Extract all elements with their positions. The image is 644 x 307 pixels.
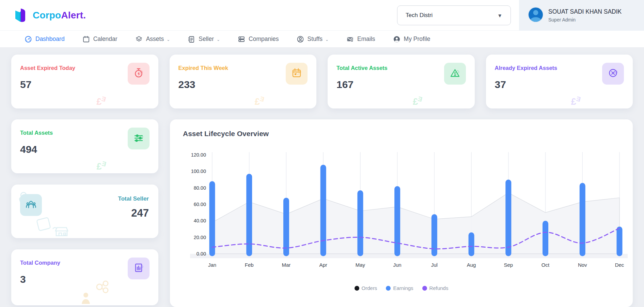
- svg-text:Jul: Jul: [431, 262, 438, 268]
- currency-watermark: £Ǝ: [571, 96, 581, 107]
- card-expired-this-week: Expired This Week 233 ∞ £Ǝ: [170, 55, 317, 108]
- mail-icon: [346, 35, 354, 43]
- stat-icon-box: ∞: [286, 63, 308, 85]
- legend-dot: [355, 286, 359, 291]
- svg-text:40.00: 40.00: [194, 218, 206, 223]
- nav-item-label: Dashboard: [35, 35, 65, 43]
- chevron-down-icon: ⌄: [325, 37, 329, 42]
- nav-item-label: Stuffs: [308, 35, 323, 43]
- calendar-icon: [291, 68, 302, 80]
- card-already-expired-assets: Already Expired Assets 37 ∞ £Ǝ: [486, 55, 633, 108]
- currency-watermark: £Ǝ: [96, 96, 106, 107]
- warning-triangle-icon: [450, 68, 460, 80]
- currency-watermark: £Ǝ: [413, 96, 422, 107]
- stat-value: 247: [131, 207, 149, 219]
- nav-item-label: Assets: [146, 35, 164, 43]
- nav-item-label: Calendar: [93, 35, 117, 43]
- asset-lifecycle-chart: 120.00100.0080.0060.0040.0020.000.00JanF…: [178, 145, 625, 283]
- user-menu[interactable]: SOUAT SADI KHAN SADIK Super Admin: [519, 0, 644, 31]
- legend-dot: [422, 286, 427, 291]
- brand-logo[interactable]: CorpoAlert.: [14, 8, 86, 23]
- sliders-icon: [133, 132, 144, 145]
- chevron-down-icon: ⌄: [167, 37, 170, 42]
- svg-text:120.00: 120.00: [191, 152, 206, 158]
- app-header: CorpoAlert. Tech Distri ▼ SOUAT SADI KHA…: [0, 0, 644, 31]
- legend-item-refunds[interactable]: Refunds: [422, 285, 449, 291]
- brand-logo-icon: [14, 8, 29, 23]
- chart-legend: OrdersEarningsRefunds: [178, 285, 625, 291]
- user-name: SOUAT SADI KHAN SADIK: [548, 8, 622, 15]
- side-stat-column: Total Assets 494 ∞ £Ǝ: [11, 119, 158, 307]
- currency-watermark: £Ǝ: [255, 96, 264, 107]
- nav-item-label: Companies: [249, 35, 279, 43]
- layers-icon: [135, 35, 143, 43]
- nav-item-emails[interactable]: Emails: [346, 35, 375, 43]
- svg-text:Jan: Jan: [208, 262, 216, 268]
- gauge-icon: [25, 35, 32, 43]
- company-select-value: Tech Distri: [406, 12, 433, 19]
- servers-icon: [238, 35, 245, 43]
- main-nav: DashboardCalendarAssets⌄Seller⌄Companies…: [0, 31, 644, 48]
- stat-icon-box: ∞: [128, 258, 150, 279]
- nav-item-assets[interactable]: Assets⌄: [135, 35, 170, 43]
- card-asset-expired-today: Asset Expired Today 57 ∞ £Ǝ: [11, 55, 158, 108]
- clipboard-icon: [188, 35, 195, 43]
- company-select[interactable]: Tech Distri ▼: [397, 5, 511, 25]
- nav-item-label: Seller: [199, 35, 214, 43]
- svg-text:Sep: Sep: [504, 262, 513, 268]
- stat-label: Total Seller: [118, 195, 149, 202]
- stat-card-row: Asset Expired Today 57 ∞ £Ǝ Expired This…: [11, 55, 633, 108]
- svg-text:60.00: 60.00: [194, 202, 206, 207]
- svg-text:Feb: Feb: [245, 262, 254, 268]
- stat-icon-box: ∞: [128, 128, 150, 149]
- profile-icon: [393, 35, 400, 43]
- svg-text:80.00: 80.00: [194, 185, 206, 191]
- stopwatch-icon: [133, 68, 144, 80]
- svg-text:Jun: Jun: [393, 262, 402, 268]
- legend-label: Earnings: [393, 285, 413, 291]
- brand-name: CorpoAlert.: [33, 10, 86, 21]
- svg-text:20.00: 20.00: [194, 235, 206, 240]
- store-watermark-icon: [35, 217, 83, 237]
- chevron-down-icon: ▼: [497, 13, 502, 18]
- legend-item-orders[interactable]: Orders: [355, 285, 377, 291]
- building-icon: [133, 262, 144, 275]
- nav-item-stuffs[interactable]: Stuffs⌄: [297, 35, 329, 43]
- nav-item-dashboard[interactable]: Dashboard: [25, 35, 65, 43]
- x-circle-icon: [608, 68, 618, 80]
- card-total-assets: Total Assets 494 ∞ £Ǝ: [11, 119, 158, 173]
- svg-text:Apr: Apr: [319, 262, 327, 268]
- card-total-company: Total Company 3 ∞: [11, 249, 158, 305]
- chart-title: Asset Lifecycle Overview: [183, 130, 625, 138]
- chevron-down-icon: ⌄: [217, 37, 220, 42]
- nav-item-label: My Profile: [404, 35, 430, 43]
- card-total-active-assets: Total Active Assets 167 ∞ £Ǝ: [328, 55, 475, 108]
- nav-item-my-profile[interactable]: My Profile: [393, 35, 430, 43]
- svg-text:Mar: Mar: [282, 262, 291, 268]
- card-total-seller: Total Seller 247: [11, 185, 158, 238]
- nav-item-calendar[interactable]: Calendar: [82, 35, 117, 43]
- stat-icon-box: ∞: [128, 63, 150, 85]
- main-content: Asset Expired Today 57 ∞ £Ǝ Expired This…: [0, 48, 644, 307]
- svg-text:100.00: 100.00: [191, 169, 206, 174]
- stat-icon-box: ∞: [444, 63, 466, 85]
- legend-label: Orders: [362, 285, 377, 291]
- nav-item-label: Emails: [357, 35, 375, 43]
- team-icon: [25, 199, 37, 211]
- user-role: Super Admin: [548, 17, 622, 23]
- avatar: [528, 7, 544, 24]
- person-circle-icon: [297, 35, 304, 43]
- currency-watermark: £Ǝ: [97, 160, 106, 172]
- svg-text:May: May: [356, 262, 365, 268]
- nav-item-seller[interactable]: Seller⌄: [188, 35, 220, 43]
- legend-label: Refunds: [429, 285, 449, 291]
- nav-item-companies[interactable]: Companies: [238, 35, 279, 43]
- svg-text:Aug: Aug: [467, 262, 476, 268]
- calendar-icon: [82, 35, 90, 43]
- stat-icon-box: ∞: [602, 63, 624, 85]
- chart-card: Asset Lifecycle Overview 120.00100.0080.…: [170, 119, 633, 307]
- svg-text:0.00: 0.00: [197, 251, 206, 257]
- legend-item-earnings[interactable]: Earnings: [386, 285, 413, 291]
- svg-text:Oct: Oct: [541, 262, 550, 268]
- svg-text:Nov: Nov: [578, 262, 587, 268]
